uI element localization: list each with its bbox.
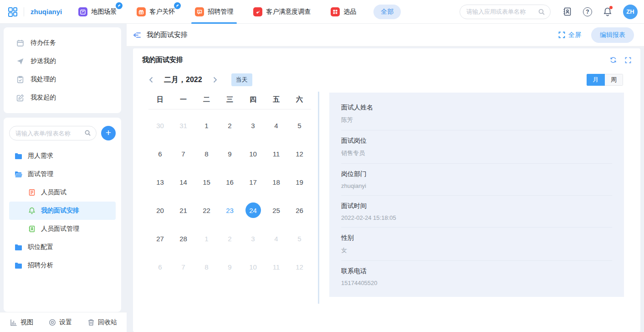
calendar-day[interactable]: 20: [148, 196, 172, 224]
calendar-day[interactable]: 7: [172, 140, 195, 168]
form-tree-card: + 用人需求 面试管理 人员面试 我的面试安排 人员面试管理: [4, 118, 121, 312]
calendar-day[interactable]: 12: [288, 140, 311, 168]
today-button[interactable]: 当天: [231, 73, 252, 86]
calendar-day[interactable]: 30: [148, 111, 172, 140]
calendar-day[interactable]: 3: [241, 224, 265, 253]
sidebar-item-personnel-interview[interactable]: 人员面试: [9, 183, 116, 202]
calendar-day[interactable]: 16: [218, 168, 241, 196]
notification-bell-icon[interactable]: [603, 7, 612, 16]
refresh-icon[interactable]: [610, 57, 617, 63]
calendar-day[interactable]: 12: [288, 253, 311, 281]
tab-map-scene[interactable]: 地图场景: [78, 0, 117, 24]
calendar-day[interactable]: 28: [172, 224, 195, 253]
expand-icon[interactable]: [625, 57, 631, 63]
calendar-day[interactable]: 8: [195, 253, 218, 281]
calendar-day[interactable]: 5: [288, 111, 311, 140]
calendar-day[interactable]: 10: [241, 140, 265, 168]
calendar-day[interactable]: 27: [148, 224, 172, 253]
tab-satisfaction-survey[interactable]: 客户满意度调查: [253, 0, 311, 24]
report-card: 我的面试安排 二月，2022 当天: [133, 48, 640, 332]
sidebar-item-personnel-interview-management[interactable]: 人员面试管理: [9, 220, 116, 238]
sidebar-item-label: 我处理的: [31, 75, 56, 83]
calendar-grid: 30 31 1 2 3 4 5: [148, 111, 316, 281]
calendar-day[interactable]: 7: [172, 253, 195, 281]
sidebar-item-my-interview-schedule[interactable]: 我的面试安排: [9, 202, 116, 220]
tab-label: 招聘管理: [208, 8, 233, 16]
month-label: 二月，2022: [164, 75, 202, 85]
calendar-day[interactable]: 19: [288, 168, 311, 196]
add-form-button[interactable]: +: [101, 126, 116, 140]
folder-interview-management[interactable]: 面试管理: [9, 165, 116, 183]
tab-product-selection[interactable]: 选品: [331, 0, 356, 24]
tab-label: 客户关怀: [149, 8, 175, 16]
calendar-day[interactable]: 17: [241, 168, 265, 196]
calendar-day[interactable]: 5: [288, 224, 311, 253]
calendar-day[interactable]: 9: [218, 253, 241, 281]
edit-report-button[interactable]: 编辑报表: [591, 27, 634, 43]
calendar-day[interactable]: 26: [288, 196, 311, 224]
sidebar-item-todo-tasks[interactable]: 待办任务: [4, 34, 121, 52]
search-icon[interactable]: [538, 8, 545, 16]
form-search-input[interactable]: [9, 126, 97, 140]
folder-open-icon: [15, 171, 22, 178]
address-book-icon[interactable]: [562, 7, 572, 16]
calendar-day[interactable]: 24: [241, 196, 265, 224]
sidebar-item-initiated-by-me[interactable]: 我发起的: [4, 88, 121, 107]
search-icon[interactable]: [84, 130, 91, 136]
calendar-day[interactable]: 21: [172, 196, 195, 224]
calendar-day[interactable]: 1: [195, 224, 218, 253]
tab-label: 客户满意度调查: [266, 8, 311, 16]
calendar-day[interactable]: 4: [265, 111, 288, 140]
detail-field: 联系电话 15174405520: [341, 261, 612, 292]
help-icon[interactable]: ?: [583, 7, 592, 16]
workspace-name[interactable]: zhuqianyi: [31, 8, 62, 16]
tab-recruitment[interactable]: 招聘管理: [195, 0, 233, 24]
fullscreen-button[interactable]: 全屏: [558, 31, 581, 39]
calendar-day[interactable]: 1: [195, 111, 218, 140]
calendar-day[interactable]: 11: [265, 253, 288, 281]
tab-customer-care[interactable]: 客户关怀: [137, 0, 175, 24]
calendar-day[interactable]: 2: [218, 111, 241, 140]
weekday-label: 五: [265, 95, 288, 104]
calendar-day[interactable]: 18: [265, 168, 288, 196]
calendar-day[interactable]: 13: [148, 168, 172, 196]
next-month-icon[interactable]: [210, 75, 220, 84]
customer-care-app-icon: [137, 7, 146, 16]
calendar-day[interactable]: 25: [265, 196, 288, 224]
calendar-day[interactable]: 22: [195, 196, 218, 224]
collapse-sidebar-icon[interactable]: [133, 31, 141, 39]
folder-position-config[interactable]: 职位配置: [9, 238, 116, 256]
folder-recruitment-analysis[interactable]: 招聘分析: [9, 256, 116, 275]
detail-field: 面试时间 2022-02-24 15:18:05: [341, 196, 612, 228]
sidebar-item-handled-by-me[interactable]: 我处理的: [4, 70, 121, 88]
calendar-day[interactable]: 9: [218, 140, 241, 168]
calendar-day[interactable]: 4: [265, 224, 288, 253]
calendar-day[interactable]: 3: [241, 111, 265, 140]
calendar-day[interactable]: 11: [265, 140, 288, 168]
calendar-day[interactable]: 23: [218, 196, 241, 224]
sidebar-item-label: 人员面试: [41, 188, 66, 197]
calendar-day[interactable]: 6: [148, 140, 172, 168]
form-icon: [28, 189, 36, 196]
month-view-button[interactable]: 月: [587, 74, 605, 86]
week-view-button[interactable]: 周: [605, 74, 623, 86]
bar-chart-icon: [10, 319, 17, 326]
recycle-bin-button[interactable]: 回收站: [87, 318, 117, 327]
avatar[interactable]: ZH: [623, 5, 638, 19]
calendar-day[interactable]: 10: [241, 253, 265, 281]
app-grid-logo-icon[interactable]: [7, 6, 18, 17]
calendar-day[interactable]: 6: [148, 253, 172, 281]
prev-month-icon[interactable]: [146, 75, 157, 84]
calendar-day[interactable]: 8: [195, 140, 218, 168]
sidebar-item-cc-to-me[interactable]: 抄送我的: [4, 52, 121, 70]
views-button[interactable]: 视图: [10, 318, 33, 327]
calendar-day[interactable]: 15: [195, 168, 218, 196]
calendar-day[interactable]: 31: [172, 111, 195, 140]
settings-button[interactable]: 设置: [49, 318, 72, 327]
calendar-day[interactable]: 14: [172, 168, 195, 196]
all-apps-pill[interactable]: 全部: [373, 5, 401, 19]
edit-icon: [16, 94, 24, 102]
app-search-input[interactable]: [460, 5, 551, 19]
folder-staffing-needs[interactable]: 用人需求: [9, 147, 116, 165]
calendar-day[interactable]: 2: [218, 224, 241, 253]
